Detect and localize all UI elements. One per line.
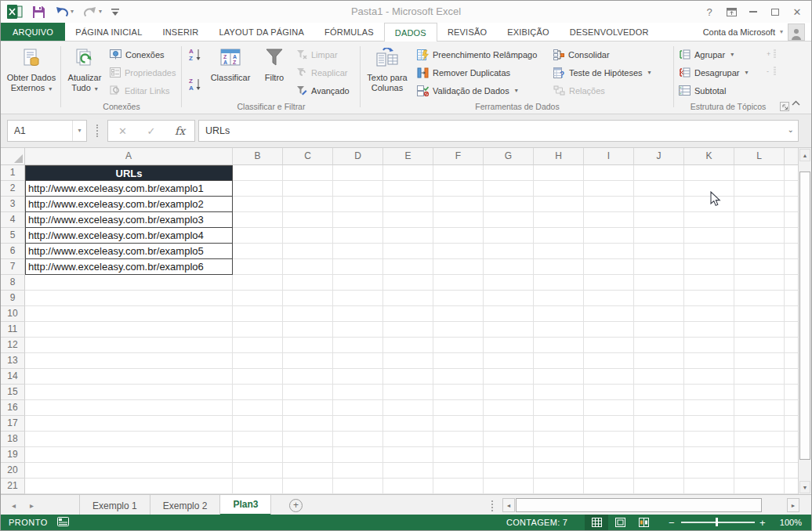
row-header-4[interactable]: 4 [1, 212, 25, 228]
name-box[interactable]: A1 ▾ [7, 120, 87, 142]
cell-I10[interactable] [584, 306, 634, 322]
cell-J19[interactable] [634, 447, 684, 463]
cell-H7[interactable] [534, 259, 584, 275]
cell-D13[interactable] [333, 353, 383, 369]
cell-D5[interactable] [333, 228, 383, 244]
column-header-L[interactable]: L [734, 148, 785, 165]
cell-J4[interactable] [634, 212, 684, 228]
cell-J21[interactable] [634, 479, 684, 494]
cell-G5[interactable] [484, 228, 534, 244]
cell-C18[interactable] [283, 432, 333, 447]
row-header-19[interactable]: 19 [1, 447, 25, 463]
cell-K20[interactable] [684, 463, 734, 479]
cell-G7[interactable] [484, 259, 534, 275]
undo-button[interactable]: ▾ [53, 3, 75, 20]
formula-input[interactable]: URLs [198, 120, 799, 142]
cell-J2[interactable] [634, 181, 684, 197]
cell-D11[interactable] [333, 322, 383, 338]
cell-C4[interactable] [283, 212, 333, 228]
row-header-8[interactable]: 8 [1, 275, 25, 291]
row-header-14[interactable]: 14 [1, 369, 25, 385]
cell-G14[interactable] [484, 369, 534, 385]
collapse-ribbon-button[interactable] [788, 96, 803, 109]
cell-L9[interactable] [734, 291, 785, 306]
reaplicar-button[interactable]: Reaplicar [294, 64, 352, 81]
cell-J18[interactable] [634, 432, 684, 447]
redo-dropdown-icon[interactable]: ▾ [99, 9, 102, 15]
tab-dados[interactable]: DADOS [384, 23, 437, 42]
cell-D8[interactable] [333, 275, 383, 291]
cancel-entry-button[interactable]: ✕ [111, 125, 134, 137]
cell-A20[interactable] [25, 463, 233, 479]
cell-I6[interactable] [584, 244, 634, 259]
cell-G13[interactable] [484, 353, 534, 369]
select-all-corner[interactable] [1, 148, 25, 165]
cell-B6[interactable] [233, 244, 283, 259]
help-button[interactable]: ? [698, 1, 720, 23]
propriedades-button[interactable]: Propriedades [107, 64, 178, 81]
zoom-slider-thumb[interactable] [716, 518, 718, 526]
sheet-tab-plan3[interactable]: Plan3 [220, 495, 271, 516]
row-header-13[interactable]: 13 [1, 353, 25, 369]
cell-I21[interactable] [584, 479, 634, 494]
cell-D20[interactable] [333, 463, 383, 479]
cell-K6[interactable] [684, 244, 734, 259]
cell-K19[interactable] [684, 447, 734, 463]
cell-D21[interactable] [333, 479, 383, 494]
zoom-percentage[interactable]: 100% [780, 518, 802, 527]
cell-A5[interactable]: http://www.exceleasy.com.br/examplo4 [25, 228, 233, 244]
vertical-scroll-thumb[interactable] [799, 172, 810, 460]
cell-C19[interactable] [283, 447, 333, 463]
cell-F6[interactable] [433, 244, 484, 259]
next-sheet-button[interactable]: ▸ [30, 501, 34, 510]
cell-F13[interactable] [433, 353, 484, 369]
cell-E10[interactable] [383, 306, 433, 322]
cell-I13[interactable] [584, 353, 634, 369]
cell-C5[interactable] [283, 228, 333, 244]
sheet-tab-exemplo-1[interactable]: Exemplo 1 [79, 495, 150, 516]
cell-K18[interactable] [684, 432, 734, 447]
cell-F14[interactable] [433, 369, 484, 385]
cell-G20[interactable] [484, 463, 534, 479]
cell-I8[interactable] [584, 275, 634, 291]
cell-F12[interactable] [433, 338, 484, 353]
cell-J1[interactable] [634, 165, 684, 181]
column-header-A[interactable]: A [25, 148, 233, 165]
cell-K3[interactable] [684, 197, 734, 212]
cell-E15[interactable] [383, 385, 433, 400]
cell-F2[interactable] [433, 181, 484, 197]
cell-D1[interactable] [333, 165, 383, 181]
cell-E5[interactable] [383, 228, 433, 244]
cell-K21[interactable] [684, 479, 734, 494]
cell-J11[interactable] [634, 322, 684, 338]
cell-J17[interactable] [634, 416, 684, 432]
cell-I5[interactable] [584, 228, 634, 244]
cell-L12[interactable] [734, 338, 785, 353]
cell-L21[interactable] [734, 479, 785, 494]
cell-I9[interactable] [584, 291, 634, 306]
row-header-3[interactable]: 3 [1, 197, 25, 212]
cell-L19[interactable] [734, 447, 785, 463]
cell-H5[interactable] [534, 228, 584, 244]
row-header-18[interactable]: 18 [1, 432, 25, 447]
macro-record-icon[interactable] [57, 517, 69, 526]
cell-E1[interactable] [383, 165, 433, 181]
confirm-entry-button[interactable]: ✓ [140, 125, 163, 137]
cell-L7[interactable] [734, 259, 785, 275]
cell-A21[interactable] [25, 479, 233, 494]
limpar-button[interactable]: Limpar [294, 46, 352, 63]
cell-K16[interactable] [684, 400, 734, 416]
tab-pagina-inicial[interactable]: PÁGINA INICIAL [65, 23, 152, 41]
scroll-right-button[interactable]: ► [787, 498, 799, 512]
cell-B19[interactable] [233, 447, 283, 463]
ribbon-display-options-button[interactable] [720, 1, 742, 23]
cell-F9[interactable] [433, 291, 484, 306]
cell-J12[interactable] [634, 338, 684, 353]
cell-A2[interactable]: http://www.exceleasy.com.br/examplo1 [25, 181, 233, 197]
cell-A14[interactable] [25, 369, 233, 385]
cell-B5[interactable] [233, 228, 283, 244]
cell-G9[interactable] [484, 291, 534, 306]
cell-K17[interactable] [684, 416, 734, 432]
cell-G6[interactable] [484, 244, 534, 259]
cell-G10[interactable] [484, 306, 534, 322]
